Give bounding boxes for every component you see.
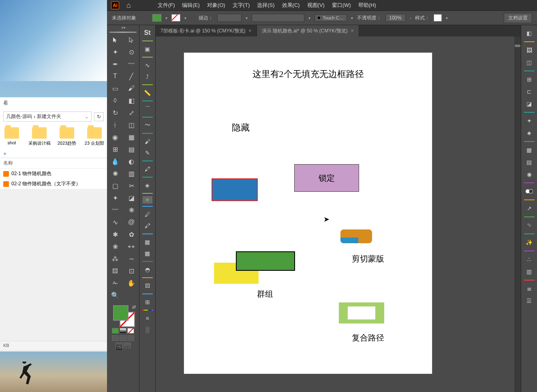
breadcrumb[interactable]: 几颜色-源码 › 新建文件夹 ⌄ [3,111,92,122]
warp-tool[interactable]: ∿ [107,216,123,228]
grid-icon[interactable]: ⊞ [141,297,154,307]
menu-object[interactable]: 对象(O) [207,2,225,9]
line-tool[interactable]: ╱ [123,70,139,82]
selection-tool[interactable] [107,34,123,46]
canvas-viewport[interactable]: 这里有2个无填充无边框路径 隐藏 锁定 群组 剪切蒙版 [156,36,521,392]
type-tool[interactable]: T [107,70,123,82]
eraser-tool[interactable]: ◧ [123,94,139,107]
stroke-color-swatch[interactable] [171,14,180,21]
dice-icon[interactable]: ⚄ [141,281,154,291]
symbol-sprayer-tool[interactable]: ✺ [107,167,123,180]
compound-path-shape[interactable] [339,302,384,323]
rectangle-tool[interactable]: ▭ [107,82,123,94]
chevron-right-icon[interactable]: › [410,16,411,20]
opacity-value[interactable]: 100% [385,14,406,22]
free-transform-tool[interactable]: ◫ [123,119,139,131]
fill-swatch-large[interactable] [113,305,128,321]
arc-icon[interactable]: ⌒ [141,104,154,114]
dropdown-icon[interactable]: ⌄ [85,114,89,120]
paintbrush-tool[interactable]: 🖌 [123,82,139,94]
file-row[interactable]: 02-2 物件随机颜色（文字不变） [0,179,107,189]
draw-behind[interactable] [120,335,126,341]
chevron-down-icon[interactable]: ▾ [184,16,186,20]
align-icon[interactable]: ⊞ [523,74,535,85]
curvature-tool[interactable]: 〰 [123,58,139,70]
scale-tool[interactable]: ⤢ [123,107,139,119]
align-left-icon[interactable]: ⊏ [523,86,535,97]
crop-icon[interactable]: ▣ [141,44,154,54]
artboard-tool[interactable]: ▢ [107,180,123,192]
direct-selection-tool[interactable] [123,34,139,46]
wave-icon[interactable]: 〜 [141,120,154,131]
swatches-icon[interactable]: ▦ [523,144,535,156]
none-mode[interactable] [127,328,134,334]
appearance-icon[interactable]: ♣ [523,127,535,139]
stack-icon[interactable]: ≣ [523,283,535,294]
vertical-scrollbar[interactable] [514,36,521,392]
width-tool[interactable]: ⟊ [107,119,123,131]
sparkle-icon[interactable]: ✨ [523,237,535,248]
artboard-text-title[interactable]: 这里有2个无填充无边框路径 [184,68,432,80]
paint-icon[interactable]: 🖍 [141,164,154,174]
edit-toolbar[interactable]: ⋯ [124,343,131,348]
document-tab[interactable]: 7部模板-彩卡.ai @ 150 % (CMYK/预览) × [156,25,257,36]
stock-icon[interactable]: St [141,28,154,38]
home-icon[interactable]: ⌂ [126,1,131,10]
folder-item[interactable]: 23 企划部 [84,127,105,146]
gradient-mode[interactable] [120,328,126,334]
bloat-tool[interactable]: ✿ [123,228,139,240]
chevron-down-icon[interactable]: ▾ [446,16,448,20]
folder-item[interactable]: 采购设计稿 [29,127,49,146]
style-swatch[interactable] [434,14,442,21]
draw-normal[interactable] [112,335,119,341]
eyedropper-tool[interactable]: 💧 [107,155,123,167]
artboard-text-compound[interactable]: 复合路径 [352,332,384,343]
path-segment[interactable]: 新建文件夹 [37,113,61,120]
knife-tool[interactable]: ✁ [107,277,123,289]
marker-icon[interactable]: 🖊 [141,209,154,220]
color-mode[interactable] [112,328,119,334]
stroke-label[interactable]: 描边： [199,15,213,21]
blend-tool[interactable]: ◐ [123,155,139,167]
draw-inside[interactable] [127,335,134,341]
shape-builder-tool[interactable]: ◉ [107,131,123,143]
folder-item[interactable]: shot [2,127,22,146]
column-header-name[interactable]: 名称 [0,158,107,169]
curve-icon[interactable]: ∿ [141,60,154,71]
symbols-icon[interactable]: ◉ [523,169,535,180]
screen-mode[interactable]: ◱ [116,343,123,348]
artboard-text-clip[interactable]: 剪切蒙版 [352,253,384,264]
color-icon[interactable] [523,186,535,197]
refresh-button[interactable]: ↻ [94,112,104,121]
brush-preview[interactable]: Touch C… [314,14,347,21]
chevron-down-icon[interactable]: ▾ [308,16,310,20]
swap-fill-stroke-icon[interactable]: ⇄ [132,304,136,310]
puppet-warp-tool[interactable]: ✦ [107,192,123,204]
glasses-tool[interactable]: 👓 [123,240,139,253]
document-tab[interactable]: 演示 随机颜色.ai* @ 50 % (CMYK/预览) × [257,25,359,36]
ruler-icon[interactable]: 📏 [141,88,154,98]
style-label[interactable]: 样式： [415,15,430,21]
menu-select[interactable]: 选择(S) [257,2,274,9]
crystallize-tool[interactable]: ❋ [123,204,139,216]
green-rectangle[interactable] [236,251,295,271]
pathfinder-icon[interactable]: ◪ [523,98,535,109]
dice-tool[interactable]: ⚄ [107,265,123,277]
artboard-text-hidden[interactable]: 隐藏 [232,122,250,134]
rotate-tool[interactable]: ↻ [107,107,123,119]
properties-icon[interactable]: ◧ [523,28,535,39]
panel-collapse-icon[interactable]: ◂◂ [107,25,139,31]
scatter-icon[interactable]: ∴ [523,254,535,265]
document-setup-button[interactable]: 文档设置 [504,13,532,23]
close-icon[interactable]: × [249,28,252,34]
export-icon[interactable]: ↗ [523,203,535,214]
butterfly-icon[interactable]: ఌ [523,220,535,231]
fill-stroke-swatches[interactable]: ⇄ [113,305,133,326]
highlighter-icon[interactable]: 🖍 [141,221,154,231]
mesh-tool[interactable]: ⊞ [107,143,123,155]
texture-icon[interactable]: ▦ [141,237,154,247]
shape-icon[interactable]: ◈ [141,180,154,191]
path-icon[interactable]: ⤴ [141,71,154,82]
pen-tool[interactable]: ✒ [107,58,123,70]
spray-tool[interactable]: ⁂ [107,253,123,265]
